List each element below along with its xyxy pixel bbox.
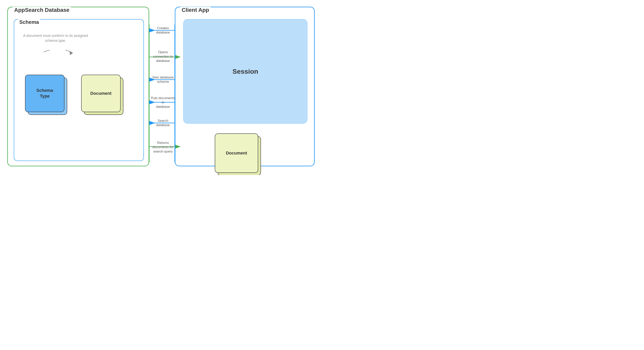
- schema-type-card-front: SchemaType: [25, 75, 64, 112]
- document-schema-label: Document: [90, 91, 112, 96]
- arrow-label-search: Search database: [151, 119, 175, 127]
- arrow-label-creates: Creates database: [151, 26, 175, 35]
- client-app-box: Client App Session Document: [175, 7, 315, 166]
- appsearch-label: AppSearch Database: [12, 7, 71, 13]
- arrow-label-opens: Opens connection todatabase: [150, 50, 176, 63]
- schema-box: Schema A document must conform to its as…: [14, 19, 144, 161]
- schema-description: A document must conform to its assigned …: [22, 33, 89, 43]
- session-label: Session: [232, 68, 258, 75]
- document-client-label: Document: [226, 150, 247, 156]
- client-label: Client App: [180, 7, 211, 13]
- arrow-label-returns: Returns documents forsearch query: [149, 141, 177, 154]
- document-schema-card-front: Document: [81, 75, 120, 112]
- appsearch-database-box: AppSearch Database Schema A document mus…: [7, 7, 149, 166]
- diagram-container: AppSearch Database Schema A document mus…: [5, 5, 317, 170]
- schema-label: Schema: [18, 19, 40, 25]
- arrow-label-puts: Puts documents indatabase: [150, 96, 176, 109]
- document-client-card-front: Document: [215, 134, 258, 173]
- schema-curve-arrow: [24, 50, 91, 70]
- schema-type-label: SchemaType: [36, 88, 53, 99]
- session-box: Session: [183, 19, 308, 124]
- arrow-label-sets: Sets database schema: [150, 75, 176, 84]
